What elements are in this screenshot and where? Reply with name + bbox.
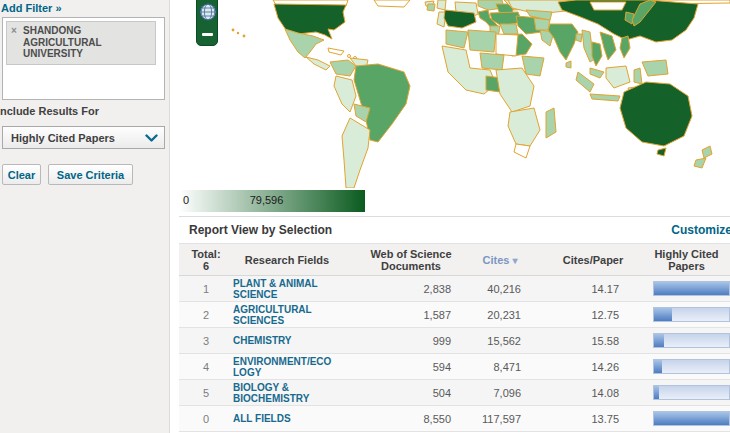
cites-cell: 40,216 [467,283,543,295]
highly-cited-bar [653,411,730,426]
filter-tag-label: SHANDONG AGRICULTURAL UNIVERSITY [23,25,102,59]
cites-per-paper-header: Cites/Paper [543,254,643,266]
cites-per-paper-cell: 14.17 [543,283,643,295]
highly-cited-bar [653,281,730,296]
cites-per-paper-cell: 12.75 [543,309,643,321]
documents-cell: 594 [355,361,467,373]
highly-cited-bar [653,307,730,322]
documents-cell: 2,838 [355,283,467,295]
cites-sort-header[interactable]: Cites ▾ [467,254,543,266]
zoom-out-icon[interactable] [202,33,213,36]
field-link[interactable]: ALL FIELDS [233,413,355,424]
cites-cell: 117,597 [467,413,543,425]
cites-per-paper-cell: 14.08 [543,387,643,399]
table-row: 3 CHEMISTRY 999 15,562 15.58 [179,328,730,354]
cites-cell: 15,562 [467,335,543,347]
rank-cell: 5 [179,387,233,399]
map-zoom-control[interactable] [196,0,218,46]
rank-cell: 0 [179,413,233,425]
field-link[interactable]: CHEMISTRY [233,335,355,346]
documents-cell: 8,550 [355,413,467,425]
documents-cell: 999 [355,335,467,347]
cites-per-paper-cell: 13.75 [543,413,643,425]
table-row: 0 ALL FIELDS 8,550 117,597 13.75 [179,406,730,432]
table-row: 2 AGRICULTURAL SCIENCES 1,587 20,231 12.… [179,302,730,328]
table-row: 4 ENVIRONMENT/ECOLOGY 594 8,471 14.26 [179,354,730,380]
remove-filter-icon[interactable]: × [11,25,17,37]
results-type-dropdown[interactable]: Highly Cited Papers [2,126,165,149]
sort-desc-icon: ▾ [512,255,517,266]
report-title: Report View by Selection [189,223,332,237]
table-body: 1 PLANT & ANIMAL SCIENCE 2,838 40,216 14… [179,276,730,432]
table-row: 1 PLANT & ANIMAL SCIENCE 2,838 40,216 14… [179,276,730,302]
legend-min-value: 0 [183,194,189,206]
customize-link[interactable]: Customize [671,223,730,237]
globe-icon[interactable] [199,3,217,21]
highly-cited-bar [653,385,730,400]
rank-cell: 3 [179,335,233,347]
cites-per-paper-cell: 14.26 [543,361,643,373]
field-link[interactable]: PLANT & ANIMAL SCIENCE [233,278,355,300]
field-link[interactable]: BIOLOGY & BIOCHEMISTRY [233,382,355,404]
rank-cell: 1 [179,283,233,295]
rank-cell: 2 [179,309,233,321]
chevron-down-icon [145,129,158,147]
save-criteria-button[interactable]: Save Criteria [48,164,133,185]
filter-tag-institution[interactable]: × SHANDONG AGRICULTURAL UNIVERSITY [6,21,156,65]
map-color-legend: 0 79,596 [179,190,365,212]
documents-cell: 1,587 [355,309,467,321]
documents-header: Web of Science Documents [355,248,467,272]
results-type-value: Highly Cited Papers [11,132,115,144]
field-link[interactable]: ENVIRONMENT/ECOLOGY [233,356,355,378]
cites-per-paper-cell: 15.58 [543,335,643,347]
filter-sidebar: Add Filter » × SHANDONG AGRICULTURAL UNI… [0,0,170,433]
research-fields-header: Research Fields [233,254,355,266]
field-link[interactable]: AGRICULTURAL SCIENCES [233,304,355,326]
total-count-header: Total: 6 [179,248,233,272]
rank-cell: 4 [179,361,233,373]
cites-cell: 7,096 [467,387,543,399]
world-choropleth-map[interactable] [178,0,730,188]
table-header-row: Total: 6 Research Fields Web of Science … [179,243,730,276]
documents-cell: 504 [355,387,467,399]
include-results-label: nclude Results For [0,105,99,117]
highly-cited-header: Highly Cited Papers [643,248,730,272]
cites-cell: 8,471 [467,361,543,373]
highly-cited-bar [653,333,730,348]
active-filters-panel: × SHANDONG AGRICULTURAL UNIVERSITY [2,17,165,100]
report-section: Report View by Selection Customize Total… [179,216,730,432]
cites-cell: 20,231 [467,309,543,321]
legend-max-value: 79,596 [250,194,284,206]
table-row: 5 BIOLOGY & BIOCHEMISTRY 504 7,096 14.08 [179,380,730,406]
clear-button[interactable]: Clear [2,164,41,185]
main-content: 0 79,596 Report View by Selection Custom… [171,0,730,433]
highly-cited-bar [653,359,730,374]
add-filter-link[interactable]: Add Filter » [1,2,62,14]
esi-report-page: Add Filter » × SHANDONG AGRICULTURAL UNI… [0,0,730,433]
